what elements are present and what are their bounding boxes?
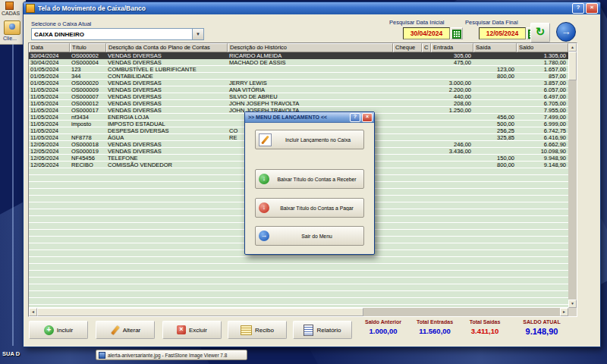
relatorio-button[interactable]: Relatório xyxy=(293,321,352,339)
column-header-saida[interactable]: Saída xyxy=(473,43,517,52)
cell-c xyxy=(422,121,431,127)
window-icon xyxy=(26,4,35,13)
cell-saida: 123,00 xyxy=(473,66,517,73)
date-start-field[interactable]: 30/04/2024 xyxy=(403,27,450,39)
cell-titulo: OS000007 xyxy=(70,93,106,100)
table-row[interactable]: 11/05/2024OS000012VENDAS DIVERSASJOHN JO… xyxy=(29,100,568,107)
table-row[interactable]: 01/05/2024344CONTABILIDADE800,00857,00 xyxy=(29,73,568,80)
cell-historico: JOHN JOSEPH TRAVOLTA xyxy=(228,100,393,107)
column-header-cheque[interactable]: Cheque xyxy=(393,43,422,52)
cell-cheque xyxy=(393,155,422,162)
scroll-up-icon[interactable]: ▲ xyxy=(568,43,577,52)
table-row[interactable]: 11/05/2024OS000007VENDAS DIVERSASSILVIO … xyxy=(29,93,568,100)
cell-saldo: 1.657,00 xyxy=(517,66,568,73)
incluir-button[interactable]: + Incluir xyxy=(29,321,88,339)
scroll-left-icon[interactable]: ◄ xyxy=(29,308,37,316)
edit-icon xyxy=(110,325,120,335)
cell-conta: ÁGUA xyxy=(106,134,228,141)
cell-saida xyxy=(473,80,517,86)
dialog-close-button[interactable]: × xyxy=(362,113,373,122)
cell-conta: CONTABILIDADE xyxy=(106,73,228,80)
cell-historico: RICARDO ALMEIDA xyxy=(228,52,393,59)
clients-icon[interactable] xyxy=(4,20,20,35)
date-end-field[interactable]: 12/05/2024 xyxy=(479,27,526,39)
cell-conta: VENDAS DIVERSAS xyxy=(106,52,228,59)
date-start-calendar-button[interactable] xyxy=(451,27,463,39)
cell-titulo: 123 xyxy=(70,66,106,73)
chevron-down-icon[interactable]: ▼ xyxy=(192,29,203,39)
cell-data: 12/05/2024 xyxy=(29,141,70,148)
caixa-select[interactable]: CAIXA DINHEIRO ▼ xyxy=(31,28,204,40)
cell-titulo: imposto xyxy=(70,121,106,127)
table-row[interactable]: 30/04/2024OS000004VENDAS DIVERSASMACHADO… xyxy=(29,59,568,66)
receipt-icon xyxy=(241,325,252,335)
refresh-button[interactable]: ↻ xyxy=(530,23,550,42)
window-close-button[interactable]: × xyxy=(586,3,598,14)
recibo-button[interactable]: Recibo xyxy=(228,321,287,339)
scroll-right-icon[interactable]: ► xyxy=(560,308,568,316)
cell-cheque xyxy=(393,114,422,121)
cell-titulo: NF8778 xyxy=(70,134,106,141)
column-header-data[interactable]: Data xyxy=(29,43,70,52)
cell-titulo: OS000019 xyxy=(70,148,106,155)
taskbar-item[interactable]: alerta-aniversariante.jpg - FastStone Im… xyxy=(96,350,247,360)
window-title: Tela do Movimento de Caixa/Banco xyxy=(38,5,571,12)
column-header-entrada[interactable]: Entrada xyxy=(431,43,473,52)
report-icon xyxy=(304,325,313,336)
dialog-titlebar[interactable]: >> MENU DE LANÇAMENTO << ? × xyxy=(245,112,374,123)
cell-c xyxy=(422,66,431,73)
refresh-icon: ↻ xyxy=(531,24,549,40)
cell-c xyxy=(422,100,431,107)
horizontal-scroll-thumb[interactable] xyxy=(37,308,363,316)
search-go-button[interactable]: → xyxy=(556,22,576,42)
scroll-down-icon[interactable]: ▼ xyxy=(568,300,577,308)
cell-historico: JERRY LEWIS xyxy=(228,80,393,86)
column-header-saldo[interactable]: Saldo xyxy=(517,43,568,52)
cell-titulo xyxy=(70,127,106,134)
column-header-c[interactable]: C xyxy=(422,43,431,52)
cell-titulo: OS000009 xyxy=(70,86,106,93)
calendar-icon xyxy=(452,30,461,39)
cell-cheque xyxy=(393,134,422,141)
alterar-button[interactable]: Alterar xyxy=(96,321,155,339)
cell-entrada: 440,00 xyxy=(431,93,473,100)
table-row[interactable]: 11/05/2024OS000009VENDAS DIVERSASANA VIT… xyxy=(29,86,568,93)
table-row[interactable]: 30/04/2024OS000002VENDAS DIVERSASRICARDO… xyxy=(29,52,568,59)
cell-titulo: OS000017 xyxy=(70,107,106,114)
vertical-scroll-thumb[interactable] xyxy=(568,52,577,80)
cell-c xyxy=(422,93,431,100)
cell-saldo: 1.305,00 xyxy=(517,52,568,59)
column-header-historico[interactable]: Descrição do Histórico xyxy=(228,43,393,52)
table-row[interactable]: 01/05/2024OS000020VENDAS DIVERSASJERRY L… xyxy=(29,80,568,86)
window-titlebar[interactable]: Tela do Movimento de Caixa/Banco ? × xyxy=(24,2,600,14)
cell-data: 11/05/2024 xyxy=(29,107,70,114)
cell-entrada xyxy=(431,121,473,127)
baixar-pagar-button[interactable]: ↓ Baixar Título do Contas a Pagar xyxy=(255,198,364,218)
horizontal-scrollbar[interactable]: ◄ ► xyxy=(29,308,568,316)
dialog-help-button[interactable]: ? xyxy=(350,113,360,122)
column-header-titulo[interactable]: Título xyxy=(70,43,106,52)
dialog-title: >> MENU DE LANÇAMENTO << xyxy=(247,115,348,120)
table-row[interactable]: 01/05/2024123COMBUSTÍVEL E LUBRIFICANTE1… xyxy=(29,66,568,73)
cell-data: 11/05/2024 xyxy=(29,100,70,107)
cell-saida xyxy=(473,141,517,148)
cell-cheque xyxy=(393,59,422,66)
cell-historico: ANA VITÓRIA xyxy=(228,86,393,93)
sair-menu-button[interactable]: → Sair do Menu xyxy=(255,226,364,246)
window-help-button[interactable]: ? xyxy=(572,3,584,14)
cell-titulo: OS000002 xyxy=(70,52,106,59)
cell-historico xyxy=(228,73,393,80)
column-header-conta[interactable]: Descrição da Conta do Plano de Contas xyxy=(106,43,228,52)
vertical-scrollbar[interactable]: ▲ ▼ xyxy=(568,43,577,308)
cell-cheque xyxy=(393,162,422,168)
relatorio-button-label: Relatório xyxy=(316,327,341,334)
cell-data: 12/05/2024 xyxy=(29,155,70,162)
add-icon: + xyxy=(44,325,54,335)
incluir-lancamento-button[interactable]: Incluir Lançamento no Caixa xyxy=(255,130,364,149)
cell-cheque xyxy=(393,121,422,127)
excluir-button[interactable]: × Excluir xyxy=(162,321,222,339)
cell-saida xyxy=(473,86,517,93)
baixar-receber-button[interactable]: ↓ Baixar Título do Contas a Receber xyxy=(255,169,364,189)
launch-menu-dialog: >> MENU DE LANÇAMENTO << ? × Incluir Lan… xyxy=(244,111,375,255)
cell-conta: COMBUSTÍVEL E LUBRIFICANTE xyxy=(106,66,228,73)
